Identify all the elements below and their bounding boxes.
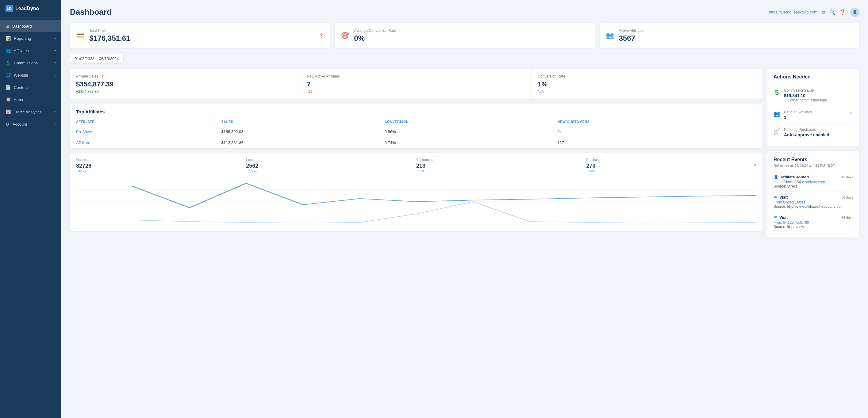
affiliate-name[interactable]: Pre View (70, 126, 215, 137)
traffic-customers-change: +210 (416, 169, 586, 173)
affiliate-conversion: 0.96% (378, 126, 552, 137)
event-1-detail: test.affiliate123@leaddyno.com (774, 180, 853, 184)
sidebar-item-affiliates[interactable]: 👥 Affiliates ▾ (0, 44, 61, 57)
affiliate-sales-help-icon[interactable]: ❓ (100, 74, 104, 78)
chevron-website: ▾ (54, 74, 56, 77)
chevron-reporting: ▾ (54, 37, 56, 40)
content-icon: 📄 (5, 85, 11, 90)
sidebar-label-account: Account (12, 122, 27, 127)
sidebar-item-reporting[interactable]: 📊 Reporting ▾ (0, 32, 61, 44)
external-link-icon[interactable]: ↗ (753, 163, 756, 168)
col-newcustomers: NEW CUSTOMERS (551, 117, 763, 126)
sidebar-label-dashboard: Dashboard (12, 24, 32, 29)
sidebar-item-apps[interactable]: 🔲 Apps (0, 94, 61, 106)
pending-affiliates-label: Pending Affiliates (784, 110, 845, 114)
event-3-type: 👁 Visit (774, 215, 788, 220)
chart-svg (76, 177, 756, 226)
chevron-account: ▾ (54, 123, 56, 126)
col-conversion: CONVERSION (378, 117, 552, 126)
sidebar-label-commissions: Commissions (14, 61, 38, 65)
right-column: Actions Needed 💲 Commissions Due $19,841… (767, 69, 860, 238)
left-column: Affiliate Sales ❓ $354,877.39 +$354,877.… (70, 69, 763, 238)
chevron-traffic: ▾ (54, 110, 56, 114)
affiliate-sales: $186,392.03 (215, 126, 378, 137)
commissions-due-arrow[interactable]: → (849, 88, 853, 93)
pending-affiliates-value: 1 (784, 115, 845, 120)
affiliate-sales-label: Affiliate Sales ❓ (76, 74, 294, 78)
traffic-customers-value: 213 (416, 163, 586, 169)
traffic-visitors-label: Visitors (76, 158, 246, 162)
copy-icon[interactable]: ⧉ (822, 9, 825, 15)
sidebar-item-commissions[interactable]: 💲 Commissions ▾ (0, 57, 61, 69)
events-refresh: Refreshed at: 07/08/24 at 4:58 PM - EDT (774, 164, 853, 167)
stat-card-total-profit: 💳 Total Profit $176,351.61 ❓ (70, 23, 330, 48)
commissions-due-value: $19,841.10 (784, 93, 845, 98)
event-3-icon: 👁 (774, 215, 777, 220)
actions-needed-card: Actions Needed 💲 Commissions Due $19,841… (767, 69, 860, 146)
account-icon: ⚙ (5, 121, 9, 127)
event-2-detail: From United States (774, 200, 853, 204)
header-actions: https://Demo.leaddyno.com ⧉ 🔍 ❓ 👤 (769, 8, 860, 17)
content-grid: Affiliate Sales ❓ $354,877.39 +$354,877.… (70, 69, 860, 238)
sidebar-item-traffic[interactable]: 📈 Traffic Analytics ▾ (0, 106, 61, 118)
traffic-purchases: Purchases 270 +269 ↗ (586, 158, 757, 173)
reporting-icon: 📊 (5, 36, 11, 41)
avatar[interactable]: 👤 (850, 8, 860, 17)
sidebar-label-reporting: Reporting (14, 36, 31, 41)
website-icon: 🌐 (5, 73, 11, 77)
event-2-icon: 👁 (774, 195, 777, 200)
demo-url[interactable]: https://Demo.leaddyno.com (769, 10, 817, 14)
traffic-purchases-change: +269 (586, 169, 602, 173)
traffic-customers-label: Customers (416, 158, 586, 162)
recent-events-card: Recent Events Refreshed at: 07/08/24 at … (767, 151, 860, 238)
help-icon[interactable]: ❓ (840, 9, 846, 15)
traffic-stats: Visitors 32726 +32,726 Leads 2562 +2,560… (76, 158, 756, 173)
commissions-due-content: Commissions Due $19,841.10 + 1 other com… (784, 88, 845, 102)
new-active-affiliates-change: -11 (307, 90, 525, 94)
pending-affiliates-icon: 👥 (774, 111, 780, 117)
pending-purchases-value: Auto-approve enabled (784, 132, 853, 137)
affiliate-name[interactable]: Aff iliate (70, 137, 215, 148)
metric-cards: Affiliate Sales ❓ $354,877.39 +$354,877.… (70, 69, 763, 99)
table-row: Aff iliate $112,381.36 0.74% 117 (70, 137, 763, 148)
commissions-due-sub: + 1 other commission type (784, 98, 845, 102)
sidebar: LD LeadDyno ⊞ Dashboard 📊 Reporting ▾ 👥 … (0, 0, 61, 418)
action-pending-purchases: 🛒 Pending Purchases Auto-approve enabled (774, 124, 853, 141)
help-icon-profit[interactable]: ❓ (319, 33, 323, 38)
event-1-type: 👤 Affiliate Joined (774, 175, 809, 179)
affiliate-sales-change: +$354,877.39 (76, 90, 294, 94)
traffic-visitors-change: +32,726 (76, 169, 246, 173)
traffic-leads-change: +2,560 (246, 169, 416, 173)
event-1-source: Source: Direct (774, 184, 853, 188)
commissions-icon: 💲 (5, 60, 11, 65)
avg-conversion-label: Average Conversion Rate (354, 29, 396, 33)
sidebar-item-account[interactable]: ⚙ Account ▾ (0, 118, 61, 130)
pending-affiliates-content: Pending Affiliates 1 (784, 110, 845, 120)
traffic-icon: 📈 (5, 109, 11, 114)
avg-conversion-value: 0% (354, 34, 396, 43)
col-affiliate: AFFILIATE (70, 117, 215, 126)
events-list: 👤 Affiliate Joined 42 days test.affiliat… (774, 172, 853, 232)
total-profit-value: $176,351.61 (89, 34, 130, 43)
pending-purchases-label: Pending Purchases (784, 128, 853, 132)
sidebar-logo[interactable]: LD LeadDyno (0, 0, 61, 18)
traffic-leads: Leads 2562 +2,560 (246, 158, 416, 173)
chevron-commissions: ▾ (54, 61, 56, 65)
new-active-affiliates-label: New Active Affiliates (307, 74, 525, 78)
pending-affiliates-arrow[interactable]: → (849, 110, 853, 115)
conversion-rate-value: 1% (538, 80, 756, 88)
stat-card-active-affiliates: 👥 Active Affiliates 3567 (600, 23, 860, 48)
page-title: Dashboard (70, 7, 112, 17)
traffic-visitors-value: 32726 (76, 163, 246, 169)
dashboard-icon: ⊞ (5, 24, 9, 29)
events-title: Recent Events (774, 157, 853, 163)
table-row: Pre View $186,392.03 0.96% 94 (70, 126, 763, 137)
affiliate-customers: 117 (551, 137, 763, 148)
sidebar-item-website[interactable]: 🌐 Website ▾ (0, 69, 61, 81)
sidebar-item-content[interactable]: 📄 Content (0, 81, 61, 94)
sidebar-item-dashboard[interactable]: ⊞ Dashboard (0, 20, 61, 32)
search-icon[interactable]: 🔍 (829, 9, 836, 15)
sidebar-label-affiliates: Affiliates (14, 48, 29, 53)
date-range-picker[interactable]: 01/08/2023 – 06/19/2024 (70, 54, 124, 64)
top-affiliates-title: Top Affiliates (70, 104, 763, 117)
